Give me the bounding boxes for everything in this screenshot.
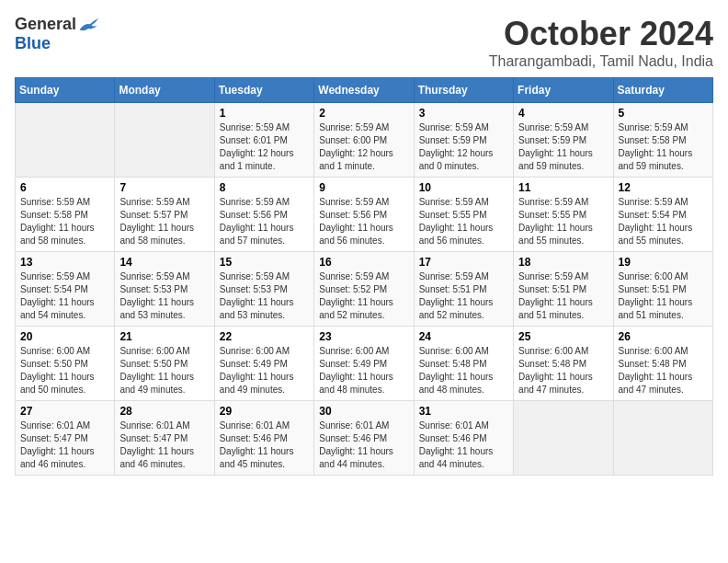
- day-number: 24: [419, 330, 508, 343]
- day-info: Sunrise: 5:59 AM Sunset: 5:55 PM Dayligh…: [518, 196, 608, 247]
- week-row-4: 27Sunrise: 6:01 AM Sunset: 5:47 PM Dayli…: [16, 401, 713, 476]
- calendar-cell: 6Sunrise: 5:59 AM Sunset: 5:58 PM Daylig…: [16, 178, 115, 252]
- logo-bird-icon: [78, 17, 100, 33]
- week-row-2: 13Sunrise: 5:59 AM Sunset: 5:54 PM Dayli…: [16, 252, 713, 327]
- calendar-cell: 9Sunrise: 5:59 AM Sunset: 5:56 PM Daylig…: [314, 178, 414, 252]
- calendar-cell: 11Sunrise: 5:59 AM Sunset: 5:55 PM Dayli…: [514, 178, 613, 252]
- day-info: Sunrise: 5:59 AM Sunset: 6:00 PM Dayligh…: [319, 121, 408, 173]
- day-number: 13: [20, 256, 109, 269]
- calendar-cell: 21Sunrise: 6:00 AM Sunset: 5:50 PM Dayli…: [115, 327, 214, 401]
- header-saturday: Saturday: [613, 78, 712, 103]
- day-number: 29: [220, 405, 309, 418]
- calendar-table: SundayMondayTuesdayWednesdayThursdayFrid…: [15, 77, 713, 476]
- day-info: Sunrise: 5:59 AM Sunset: 5:52 PM Dayligh…: [319, 270, 408, 322]
- day-info: Sunrise: 6:00 AM Sunset: 5:50 PM Dayligh…: [119, 345, 209, 396]
- day-info: Sunrise: 6:00 AM Sunset: 5:48 PM Dayligh…: [619, 345, 708, 396]
- day-info: Sunrise: 5:59 AM Sunset: 6:01 PM Dayligh…: [220, 121, 309, 173]
- day-number: 27: [20, 405, 109, 418]
- day-number: 30: [319, 405, 408, 418]
- week-row-1: 6Sunrise: 5:59 AM Sunset: 5:58 PM Daylig…: [16, 178, 713, 252]
- calendar-cell: 23Sunrise: 6:00 AM Sunset: 5:49 PM Dayli…: [314, 327, 414, 401]
- day-number: 19: [619, 256, 708, 269]
- day-info: Sunrise: 6:00 AM Sunset: 5:51 PM Dayligh…: [619, 270, 708, 322]
- header-tuesday: Tuesday: [214, 78, 313, 103]
- calendar-cell: 12Sunrise: 5:59 AM Sunset: 5:54 PM Dayli…: [613, 178, 712, 252]
- day-number: 18: [518, 256, 608, 269]
- month-title: October 2024: [489, 15, 713, 53]
- title-area: October 2024 Tharangambadi, Tamil Nadu, …: [489, 15, 713, 70]
- week-row-0: 1Sunrise: 5:59 AM Sunset: 6:01 PM Daylig…: [16, 103, 713, 178]
- logo-blue-text: Blue: [15, 34, 51, 53]
- page-header: General Blue October 2024 Tharangambadi,…: [15, 15, 713, 70]
- day-number: 4: [518, 107, 608, 120]
- day-number: 16: [319, 256, 408, 269]
- header-friday: Friday: [514, 78, 613, 103]
- day-info: Sunrise: 5:59 AM Sunset: 5:59 PM Dayligh…: [419, 121, 508, 173]
- calendar-cell: [514, 401, 613, 476]
- calendar-cell: 15Sunrise: 5:59 AM Sunset: 5:53 PM Dayli…: [214, 252, 313, 327]
- calendar-cell: 14Sunrise: 5:59 AM Sunset: 5:53 PM Dayli…: [115, 252, 214, 327]
- calendar-cell: 2Sunrise: 5:59 AM Sunset: 6:00 PM Daylig…: [314, 103, 414, 178]
- calendar-cell: 30Sunrise: 6:01 AM Sunset: 5:46 PM Dayli…: [314, 401, 414, 476]
- day-number: 3: [419, 107, 508, 120]
- day-info: Sunrise: 5:59 AM Sunset: 5:55 PM Dayligh…: [419, 196, 508, 247]
- header-row: SundayMondayTuesdayWednesdayThursdayFrid…: [16, 78, 713, 103]
- day-number: 9: [319, 181, 408, 194]
- calendar-cell: 27Sunrise: 6:01 AM Sunset: 5:47 PM Dayli…: [16, 401, 115, 476]
- day-info: Sunrise: 5:59 AM Sunset: 5:56 PM Dayligh…: [319, 196, 408, 247]
- calendar-cell: 4Sunrise: 5:59 AM Sunset: 5:59 PM Daylig…: [514, 103, 613, 178]
- calendar-cell: 31Sunrise: 6:01 AM Sunset: 5:46 PM Dayli…: [414, 401, 513, 476]
- header-sunday: Sunday: [16, 78, 115, 103]
- location-subtitle: Tharangambadi, Tamil Nadu, India: [489, 53, 713, 70]
- day-info: Sunrise: 5:59 AM Sunset: 5:59 PM Dayligh…: [518, 121, 608, 173]
- day-number: 31: [419, 405, 508, 418]
- day-number: 26: [619, 330, 708, 343]
- day-info: Sunrise: 5:59 AM Sunset: 5:54 PM Dayligh…: [619, 196, 708, 247]
- calendar-cell: 7Sunrise: 5:59 AM Sunset: 5:57 PM Daylig…: [115, 178, 214, 252]
- day-number: 25: [518, 330, 608, 343]
- calendar-cell: 17Sunrise: 5:59 AM Sunset: 5:51 PM Dayli…: [414, 252, 513, 327]
- day-info: Sunrise: 5:59 AM Sunset: 5:58 PM Dayligh…: [20, 196, 109, 247]
- day-number: 21: [119, 330, 209, 343]
- day-info: Sunrise: 6:00 AM Sunset: 5:49 PM Dayligh…: [220, 345, 309, 396]
- calendar-cell: 10Sunrise: 5:59 AM Sunset: 5:55 PM Dayli…: [414, 178, 513, 252]
- day-number: 14: [119, 256, 209, 269]
- day-info: Sunrise: 6:00 AM Sunset: 5:48 PM Dayligh…: [518, 345, 608, 396]
- calendar-cell: 24Sunrise: 6:00 AM Sunset: 5:48 PM Dayli…: [414, 327, 513, 401]
- day-number: 1: [220, 107, 309, 120]
- day-number: 23: [319, 330, 408, 343]
- calendar-cell: 20Sunrise: 6:00 AM Sunset: 5:50 PM Dayli…: [16, 327, 115, 401]
- calendar-cell: 29Sunrise: 6:01 AM Sunset: 5:46 PM Dayli…: [214, 401, 313, 476]
- day-info: Sunrise: 6:01 AM Sunset: 5:47 PM Dayligh…: [20, 419, 109, 471]
- header-thursday: Thursday: [414, 78, 513, 103]
- calendar-cell: 1Sunrise: 5:59 AM Sunset: 6:01 PM Daylig…: [214, 103, 313, 178]
- calendar-cell: 26Sunrise: 6:00 AM Sunset: 5:48 PM Dayli…: [613, 327, 712, 401]
- calendar-cell: 19Sunrise: 6:00 AM Sunset: 5:51 PM Dayli…: [613, 252, 712, 327]
- day-info: Sunrise: 6:01 AM Sunset: 5:46 PM Dayligh…: [319, 419, 408, 471]
- calendar-cell: 13Sunrise: 5:59 AM Sunset: 5:54 PM Dayli…: [16, 252, 115, 327]
- logo: General Blue: [15, 15, 100, 53]
- day-info: Sunrise: 6:00 AM Sunset: 5:48 PM Dayligh…: [419, 345, 508, 396]
- day-info: Sunrise: 5:59 AM Sunset: 5:56 PM Dayligh…: [220, 196, 309, 247]
- day-number: 7: [119, 181, 209, 194]
- calendar-body: 1Sunrise: 5:59 AM Sunset: 6:01 PM Daylig…: [16, 103, 713, 476]
- day-info: Sunrise: 5:59 AM Sunset: 5:54 PM Dayligh…: [20, 270, 109, 322]
- day-number: 15: [220, 256, 309, 269]
- day-info: Sunrise: 5:59 AM Sunset: 5:58 PM Dayligh…: [619, 121, 708, 173]
- day-number: 17: [419, 256, 508, 269]
- day-info: Sunrise: 5:59 AM Sunset: 5:51 PM Dayligh…: [518, 270, 608, 322]
- day-info: Sunrise: 6:00 AM Sunset: 5:50 PM Dayligh…: [20, 345, 109, 396]
- day-number: 2: [319, 107, 408, 120]
- day-number: 6: [20, 181, 109, 194]
- calendar-cell: 3Sunrise: 5:59 AM Sunset: 5:59 PM Daylig…: [414, 103, 513, 178]
- calendar-cell: [613, 401, 712, 476]
- calendar-cell: [16, 103, 115, 178]
- calendar-header: SundayMondayTuesdayWednesdayThursdayFrid…: [16, 78, 713, 103]
- day-number: 10: [419, 181, 508, 194]
- calendar-cell: 25Sunrise: 6:00 AM Sunset: 5:48 PM Dayli…: [514, 327, 613, 401]
- calendar-cell: 28Sunrise: 6:01 AM Sunset: 5:47 PM Dayli…: [115, 401, 214, 476]
- day-info: Sunrise: 6:01 AM Sunset: 5:46 PM Dayligh…: [220, 419, 309, 471]
- day-number: 12: [619, 181, 708, 194]
- week-row-3: 20Sunrise: 6:00 AM Sunset: 5:50 PM Dayli…: [16, 327, 713, 401]
- calendar-cell: 5Sunrise: 5:59 AM Sunset: 5:58 PM Daylig…: [613, 103, 712, 178]
